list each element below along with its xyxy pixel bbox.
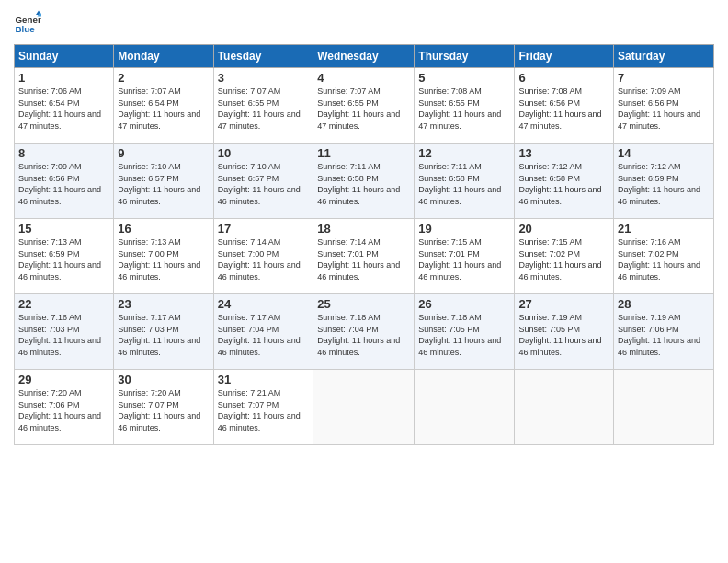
calendar-cell: 16 Sunrise: 7:13 AMSunset: 7:00 PMDaylig…	[114, 219, 213, 294]
day-info: Sunrise: 7:16 AMSunset: 7:02 PMDaylight:…	[618, 237, 700, 282]
calendar-cell: 21 Sunrise: 7:16 AMSunset: 7:02 PMDaylig…	[614, 219, 714, 294]
calendar-cell: 3 Sunrise: 7:07 AMSunset: 6:55 PMDayligh…	[213, 68, 313, 144]
calendar-cell: 10 Sunrise: 7:10 AMSunset: 6:57 PMDaylig…	[213, 144, 313, 219]
day-number: 21	[618, 222, 710, 236]
day-number: 2	[118, 71, 209, 85]
calendar-cell: 6 Sunrise: 7:08 AMSunset: 6:56 PMDayligh…	[515, 68, 614, 144]
calendar-cell: 1 Sunrise: 7:06 AMSunset: 6:54 PMDayligh…	[15, 68, 114, 144]
calendar-week-1: 1 Sunrise: 7:06 AMSunset: 6:54 PMDayligh…	[15, 68, 714, 144]
day-number: 4	[317, 71, 410, 85]
svg-text:Blue: Blue	[16, 24, 36, 34]
day-number: 9	[118, 146, 209, 160]
day-header-thursday: Thursday	[415, 45, 515, 68]
day-info: Sunrise: 7:10 AMSunset: 6:57 PMDaylight:…	[118, 162, 200, 206]
day-number: 5	[418, 71, 510, 85]
calendar-cell: 28 Sunrise: 7:19 AMSunset: 7:06 PMDaylig…	[614, 294, 714, 370]
day-number: 13	[518, 146, 609, 160]
day-info: Sunrise: 7:14 AMSunset: 7:01 PMDaylight:…	[317, 237, 400, 282]
logo-icon: General Blue	[14, 9, 41, 37]
calendar-cell: 14 Sunrise: 7:12 AMSunset: 6:59 PMDaylig…	[614, 144, 714, 219]
day-number: 19	[418, 222, 510, 236]
day-number: 6	[518, 71, 609, 85]
calendar-cell: 23 Sunrise: 7:17 AMSunset: 7:03 PMDaylig…	[114, 294, 213, 370]
day-number: 26	[418, 297, 510, 311]
calendar-cell: 29 Sunrise: 7:20 AMSunset: 7:06 PMDaylig…	[15, 370, 114, 445]
calendar-cell: 18 Sunrise: 7:14 AMSunset: 7:01 PMDaylig…	[313, 219, 415, 294]
calendar-cell: 19 Sunrise: 7:15 AMSunset: 7:01 PMDaylig…	[415, 219, 515, 294]
day-header-sunday: Sunday	[15, 45, 114, 68]
day-number: 27	[518, 297, 609, 311]
day-info: Sunrise: 7:18 AMSunset: 7:04 PMDaylight:…	[317, 313, 400, 357]
day-number: 3	[218, 71, 310, 85]
day-info: Sunrise: 7:19 AMSunset: 7:05 PMDaylight:…	[518, 313, 601, 357]
day-info: Sunrise: 7:12 AMSunset: 6:58 PMDaylight:…	[518, 162, 601, 206]
calendar-header-row: SundayMondayTuesdayWednesdayThursdayFrid…	[15, 45, 714, 68]
calendar-cell: 12 Sunrise: 7:11 AMSunset: 6:58 PMDaylig…	[415, 144, 515, 219]
calendar-cell: 22 Sunrise: 7:16 AMSunset: 7:03 PMDaylig…	[15, 294, 114, 370]
day-info: Sunrise: 7:18 AMSunset: 7:05 PMDaylight:…	[418, 313, 501, 357]
calendar-cell: 11 Sunrise: 7:11 AMSunset: 6:58 PMDaylig…	[313, 144, 415, 219]
day-number: 20	[518, 222, 609, 236]
calendar-cell: 26 Sunrise: 7:18 AMSunset: 7:05 PMDaylig…	[415, 294, 515, 370]
day-number: 15	[18, 222, 109, 236]
day-number: 18	[317, 222, 410, 236]
day-info: Sunrise: 7:11 AMSunset: 6:58 PMDaylight:…	[418, 162, 501, 206]
calendar-week-5: 29 Sunrise: 7:20 AMSunset: 7:06 PMDaylig…	[15, 370, 714, 445]
calendar-cell	[515, 370, 614, 445]
day-number: 12	[418, 146, 510, 160]
day-info: Sunrise: 7:06 AMSunset: 6:54 PMDaylight:…	[18, 86, 101, 131]
day-info: Sunrise: 7:11 AMSunset: 6:58 PMDaylight:…	[317, 162, 400, 206]
day-number: 24	[218, 297, 310, 311]
calendar-cell: 30 Sunrise: 7:20 AMSunset: 7:07 PMDaylig…	[114, 370, 213, 445]
day-info: Sunrise: 7:14 AMSunset: 7:00 PMDaylight:…	[218, 237, 301, 282]
calendar-week-2: 8 Sunrise: 7:09 AMSunset: 6:56 PMDayligh…	[15, 144, 714, 219]
day-header-saturday: Saturday	[614, 45, 714, 68]
day-info: Sunrise: 7:08 AMSunset: 6:55 PMDaylight:…	[418, 86, 501, 131]
day-info: Sunrise: 7:15 AMSunset: 7:01 PMDaylight:…	[418, 237, 501, 282]
calendar-cell: 25 Sunrise: 7:18 AMSunset: 7:04 PMDaylig…	[313, 294, 415, 370]
day-number: 25	[317, 297, 410, 311]
day-number: 28	[618, 297, 710, 311]
day-info: Sunrise: 7:13 AMSunset: 7:00 PMDaylight:…	[118, 237, 200, 282]
day-number: 1	[18, 71, 109, 85]
calendar-cell: 7 Sunrise: 7:09 AMSunset: 6:56 PMDayligh…	[614, 68, 714, 144]
calendar-cell	[313, 370, 415, 445]
day-info: Sunrise: 7:10 AMSunset: 6:57 PMDaylight:…	[218, 162, 301, 206]
day-number: 30	[118, 373, 209, 386]
day-number: 31	[218, 373, 310, 386]
day-info: Sunrise: 7:07 AMSunset: 6:55 PMDaylight:…	[218, 86, 301, 131]
calendar-cell: 15 Sunrise: 7:13 AMSunset: 6:59 PMDaylig…	[15, 219, 114, 294]
calendar-cell	[614, 370, 714, 445]
day-info: Sunrise: 7:17 AMSunset: 7:03 PMDaylight:…	[118, 313, 200, 357]
day-header-tuesday: Tuesday	[213, 45, 313, 68]
calendar-cell: 31 Sunrise: 7:21 AMSunset: 7:07 PMDaylig…	[213, 370, 313, 445]
day-info: Sunrise: 7:20 AMSunset: 7:06 PMDaylight:…	[18, 388, 101, 432]
day-number: 7	[618, 71, 710, 85]
header: General Blue	[14, 9, 714, 37]
calendar-cell: 27 Sunrise: 7:19 AMSunset: 7:05 PMDaylig…	[515, 294, 614, 370]
day-info: Sunrise: 7:08 AMSunset: 6:56 PMDaylight:…	[518, 86, 601, 131]
day-info: Sunrise: 7:09 AMSunset: 6:56 PMDaylight:…	[18, 162, 101, 206]
day-info: Sunrise: 7:15 AMSunset: 7:02 PMDaylight:…	[518, 237, 601, 282]
day-number: 23	[118, 297, 209, 311]
day-number: 17	[218, 222, 310, 236]
day-number: 29	[18, 373, 109, 386]
day-number: 22	[18, 297, 109, 311]
calendar-cell: 5 Sunrise: 7:08 AMSunset: 6:55 PMDayligh…	[415, 68, 515, 144]
day-number: 16	[118, 222, 209, 236]
day-header-monday: Monday	[114, 45, 213, 68]
calendar-cell: 9 Sunrise: 7:10 AMSunset: 6:57 PMDayligh…	[114, 144, 213, 219]
day-info: Sunrise: 7:07 AMSunset: 6:54 PMDaylight:…	[118, 86, 200, 131]
logo: General Blue	[14, 9, 41, 37]
calendar-cell: 17 Sunrise: 7:14 AMSunset: 7:00 PMDaylig…	[213, 219, 313, 294]
calendar-week-3: 15 Sunrise: 7:13 AMSunset: 6:59 PMDaylig…	[15, 219, 714, 294]
calendar-table: SundayMondayTuesdayWednesdayThursdayFrid…	[14, 44, 714, 445]
day-header-friday: Friday	[515, 45, 614, 68]
calendar-cell: 8 Sunrise: 7:09 AMSunset: 6:56 PMDayligh…	[15, 144, 114, 219]
day-info: Sunrise: 7:17 AMSunset: 7:04 PMDaylight:…	[218, 313, 301, 357]
calendar-cell: 20 Sunrise: 7:15 AMSunset: 7:02 PMDaylig…	[515, 219, 614, 294]
day-info: Sunrise: 7:12 AMSunset: 6:59 PMDaylight:…	[618, 162, 700, 206]
day-info: Sunrise: 7:13 AMSunset: 6:59 PMDaylight:…	[18, 237, 101, 282]
day-header-wednesday: Wednesday	[313, 45, 415, 68]
day-number: 10	[218, 146, 310, 160]
